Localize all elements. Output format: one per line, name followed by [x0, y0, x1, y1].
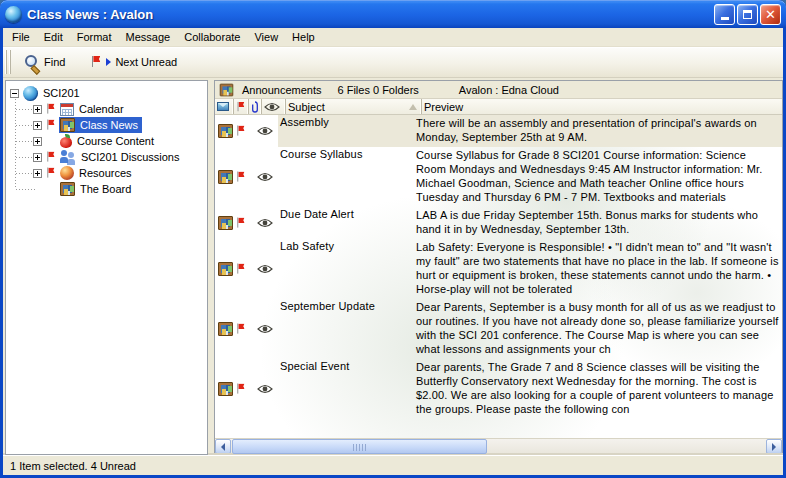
discussions-icon [60, 150, 76, 164]
message-row[interactable]: Due Date Alert LAB A is due Friday Septe… [215, 207, 782, 239]
flag-cell [236, 115, 251, 147]
expand-icon[interactable] [33, 137, 42, 146]
read-cell[interactable] [251, 239, 278, 299]
tree-item-resources[interactable]: Resources [6, 165, 207, 181]
tree-item-label: Class News [78, 118, 140, 132]
unread-flag-icon [46, 167, 55, 178]
menu-item-message[interactable]: Message [119, 29, 178, 45]
message-subject[interactable]: Assembly [278, 115, 412, 147]
message-subject[interactable]: September Update [278, 299, 412, 359]
unread-flag-icon [91, 56, 101, 68]
unread-flag-icon [236, 217, 245, 228]
message-row[interactable]: Assembly There will be an assembly and p… [215, 115, 782, 147]
column-message-icon[interactable] [215, 99, 234, 114]
unread-flag-icon [46, 119, 55, 130]
message-subject[interactable]: Lab Safety [278, 239, 412, 299]
flag-cell [236, 239, 251, 299]
message-subject[interactable]: Course Syllabus [278, 147, 412, 207]
next-unread-button[interactable]: Next Unread [85, 53, 183, 71]
unread-flag-icon [236, 323, 245, 334]
message-preview[interactable]: Course Syllabus for Grade 8 SCI201 Cours… [412, 147, 782, 207]
flag-cell [236, 207, 251, 239]
conference-tree: SCI201 Calendar [6, 81, 207, 197]
horizontal-scrollbar [215, 438, 782, 454]
column-attachment[interactable] [249, 99, 262, 114]
tree-item-course-content[interactable]: Course Content [6, 133, 207, 149]
bulletin-item-icon [218, 322, 233, 336]
menubar: File Edit Format Message Collaborate Vie… [3, 28, 783, 47]
tree-item-class-news[interactable]: Class News [6, 117, 207, 133]
message-icon-cell [215, 207, 236, 239]
collapse-icon[interactable] [10, 89, 19, 98]
scroll-left-button[interactable] [215, 439, 231, 454]
flag-slot [46, 151, 59, 163]
tree-item-calendar[interactable]: Calendar [6, 101, 207, 117]
read-eye-icon [257, 384, 273, 394]
tree-item-sci201-discussions[interactable]: SCI201 Discussions [6, 149, 207, 165]
tree-item-label: Course Content [75, 134, 156, 148]
maximize-button[interactable] [737, 4, 758, 25]
message-icon-cell [215, 359, 236, 419]
read-cell[interactable] [251, 115, 278, 147]
read-cell[interactable] [251, 299, 278, 359]
menu-item-view[interactable]: View [247, 29, 285, 45]
arrow-right-icon [772, 443, 776, 451]
bulletin-item-icon [218, 170, 233, 184]
next-unread-label: Next Unread [115, 56, 177, 68]
menu-item-help[interactable]: Help [285, 29, 322, 45]
message-row[interactable]: Lab Safety Lab Safety: Everyone is Respo… [215, 239, 782, 299]
tree-item-root[interactable]: SCI201 [6, 85, 207, 101]
minimize-button[interactable] [714, 4, 735, 25]
menu-item-collaborate[interactable]: Collaborate [177, 29, 247, 45]
message-preview[interactable]: There will be an assembly and presentati… [412, 115, 782, 147]
scrollbar-track[interactable] [487, 439, 766, 454]
message-preview[interactable]: Dear Parents, September is a busy month … [412, 299, 782, 359]
read-cell[interactable] [251, 207, 278, 239]
read-cell[interactable] [251, 359, 278, 419]
column-preview[interactable]: Preview [422, 99, 782, 114]
expand-icon[interactable] [33, 169, 42, 178]
message-subject[interactable]: Special Event [278, 359, 412, 419]
messages-panel: Announcements 6 Files 0 Folders Avalon :… [214, 80, 783, 455]
find-button[interactable]: Find [17, 51, 71, 73]
message-preview[interactable]: Lab Safety: Everyone is Responsible! • "… [412, 239, 782, 299]
column-subject[interactable]: Subject [286, 99, 422, 114]
flag-slot [46, 119, 59, 131]
message-preview[interactable]: Dear parents, The Grade 7 and 8 Science … [412, 359, 782, 419]
read-cell[interactable] [251, 147, 278, 207]
flag-cell [236, 147, 251, 207]
maximize-icon [743, 10, 752, 19]
close-icon: ✕ [765, 8, 776, 21]
message-row[interactable]: September Update Dear Parents, September… [215, 299, 782, 359]
application-window: Class News : Avalon ✕ File Edit Format M… [0, 0, 786, 478]
message-subject[interactable]: Due Date Alert [278, 207, 412, 239]
menu-item-file[interactable]: File [5, 29, 37, 45]
arrow-left-icon [221, 443, 225, 451]
flag-icon [237, 101, 246, 111]
flag-slot [46, 167, 59, 179]
message-list: Assembly There will be an assembly and p… [215, 115, 782, 438]
panel-owner: Avalon : Edna Cloud [459, 84, 559, 96]
message-preview[interactable]: LAB A is due Friday September 15th. Bonu… [412, 207, 782, 239]
scroll-right-button[interactable] [766, 439, 782, 454]
read-eye-icon [257, 218, 273, 228]
expand-icon[interactable] [33, 153, 42, 162]
scrollbar-thumb[interactable] [232, 439, 487, 454]
window-title: Class News : Avalon [27, 7, 712, 22]
expand-icon[interactable] [33, 105, 42, 114]
read-eye-icon [257, 264, 273, 274]
expand-icon[interactable] [33, 121, 42, 130]
unread-flag-icon [46, 151, 55, 162]
toolbar-grip[interactable] [5, 50, 13, 74]
menu-item-edit[interactable]: Edit [37, 29, 70, 45]
column-flag[interactable] [234, 99, 249, 114]
conference-tree-panel: SCI201 Calendar [5, 80, 208, 455]
message-row[interactable]: Course Syllabus Course Syllabus for Grad… [215, 147, 782, 207]
menu-item-format[interactable]: Format [70, 29, 119, 45]
column-read[interactable] [262, 99, 286, 114]
statusbar: 1 Item selected. 4 Unread [3, 455, 783, 475]
message-row[interactable]: Special Event Dear parents, The Grade 7 … [215, 359, 782, 419]
tree-item-the-board[interactable]: The Board [6, 181, 207, 197]
close-button[interactable]: ✕ [760, 4, 781, 25]
tree-item-label: The Board [78, 182, 133, 196]
